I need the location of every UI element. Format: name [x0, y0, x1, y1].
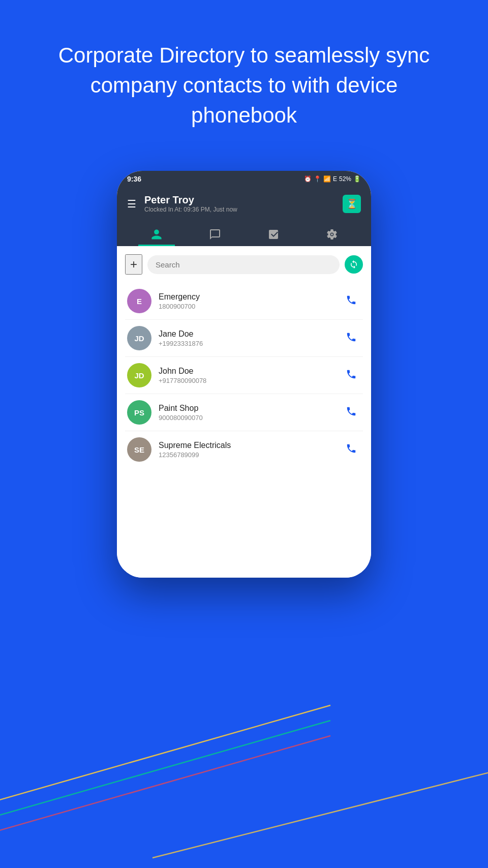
call-button-emergency[interactable] — [342, 290, 361, 312]
signal-icon: E — [333, 175, 337, 183]
add-contact-button[interactable]: + — [125, 254, 142, 275]
svg-line-4 — [152, 766, 488, 858]
contact-phone-supreme-electricals: 12356789099 — [159, 451, 342, 459]
decorative-lines — [0, 665, 488, 868]
tab-tasks[interactable] — [255, 224, 292, 246]
app-header: ☰ Peter Troy Clocked In At: 09:36 PM, Ju… — [117, 187, 371, 246]
call-button-paint-shop[interactable] — [342, 402, 361, 424]
avatar-paint-shop: PS — [127, 400, 151, 425]
contact-info-supreme-electricals: Supreme Electricals 12356789099 — [159, 441, 342, 459]
call-button-supreme-electricals[interactable] — [342, 439, 361, 461]
search-input[interactable] — [147, 255, 340, 274]
svg-point-0 — [331, 233, 333, 235]
contact-name-supreme-electricals: Supreme Electricals — [159, 441, 342, 450]
contact-phone-paint-shop: 900080090070 — [159, 414, 342, 422]
user-name: Peter Troy — [144, 194, 343, 206]
tab-settings[interactable] — [314, 224, 350, 246]
contact-info-emergency: Emergency 1800900700 — [159, 292, 342, 310]
content-padding — [125, 468, 363, 570]
notch — [214, 171, 274, 183]
timer-button[interactable]: ⏳ — [343, 195, 361, 213]
contact-phone-emergency: 1800900700 — [159, 303, 342, 310]
contact-name-john-doe: John Doe — [159, 367, 342, 376]
avatar-emergency: E — [127, 289, 151, 313]
hamburger-menu[interactable]: ☰ — [127, 198, 136, 210]
battery-text: 52% — [339, 175, 351, 183]
alarm-icon: ⏰ — [304, 175, 312, 183]
tab-bar — [127, 220, 361, 246]
svg-line-3 — [0, 736, 330, 837]
contact-info-paint-shop: Paint Shop 900080090070 — [159, 404, 342, 422]
location-icon: 📍 — [314, 175, 321, 183]
sync-button[interactable] — [345, 255, 363, 274]
contact-name-emergency: Emergency — [159, 292, 342, 302]
avatar-supreme-electricals: SE — [127, 437, 151, 462]
phone-mockup: 9:36 ⏰ 📍 📶 E 52% 🔋 ☰ Peter Troy Clocked … — [117, 171, 371, 578]
contact-info-jane-doe: Jane Doe +19923331876 — [159, 330, 342, 347]
contact-info-john-doe: John Doe +917780090078 — [159, 367, 342, 384]
page-headline: Corporate Directory to seamlessly sync c… — [0, 0, 488, 161]
battery-icon: 🔋 — [353, 175, 361, 183]
contact-item-john-doe[interactable]: JD John Doe +917780090078 — [125, 357, 363, 394]
contact-item-emergency[interactable]: E Emergency 1800900700 — [125, 283, 363, 320]
tab-contacts[interactable] — [138, 224, 175, 246]
avatar-jane-doe: JD — [127, 326, 151, 350]
svg-line-2 — [0, 721, 330, 822]
wifi-icon: 📶 — [323, 175, 331, 183]
contact-phone-jane-doe: +19923331876 — [159, 340, 342, 347]
avatar-john-doe: JD — [127, 363, 151, 387]
status-icons: ⏰ 📍 📶 E 52% 🔋 — [304, 175, 361, 183]
contact-name-jane-doe: Jane Doe — [159, 330, 342, 339]
contact-list: E Emergency 1800900700 JD Jane Doe +1992… — [125, 283, 363, 468]
svg-line-1 — [0, 705, 330, 807]
user-info: Peter Troy Clocked In At: 09:36 PM, Just… — [144, 194, 343, 213]
call-button-jane-doe[interactable] — [342, 327, 361, 349]
contact-item-jane-doe[interactable]: JD Jane Doe +19923331876 — [125, 320, 363, 357]
status-time: 9:36 — [127, 175, 141, 183]
call-button-john-doe[interactable] — [342, 365, 361, 386]
search-row: + — [125, 254, 363, 275]
contact-name-paint-shop: Paint Shop — [159, 404, 342, 413]
contact-item-supreme-electricals[interactable]: SE Supreme Electricals 12356789099 — [125, 431, 363, 468]
clocked-in-text: Clocked In At: 09:36 PM, Just now — [144, 206, 343, 213]
status-bar: 9:36 ⏰ 📍 📶 E 52% 🔋 — [117, 171, 371, 187]
contact-phone-john-doe: +917780090078 — [159, 377, 342, 384]
tab-chat[interactable] — [197, 224, 233, 246]
contact-item-paint-shop[interactable]: PS Paint Shop 900080090070 — [125, 394, 363, 431]
app-content: + E Emergency 1800900700 — [117, 246, 371, 578]
